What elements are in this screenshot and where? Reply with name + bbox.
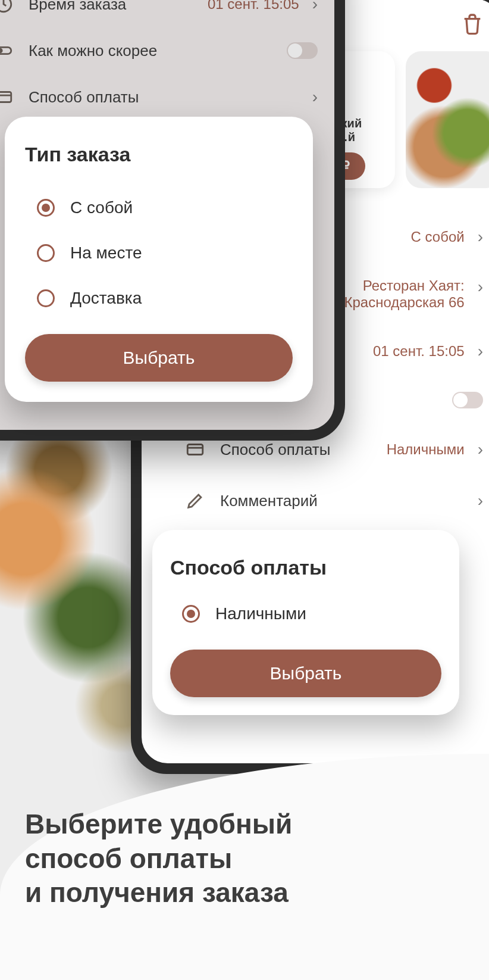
radio-icon [37,289,55,307]
radio-icon [37,199,55,217]
row-asap-left[interactable]: Как можно скорее [0,27,334,74]
dialog-order-type: Тип заказа С собой На месте Доставка Выб… [5,117,313,402]
toggle[interactable] [287,42,318,59]
svg-point-4 [0,48,3,54]
product-image [406,51,489,188]
radio-label: На месте [70,244,142,263]
chevron-right-icon: › [312,0,318,14]
row-order-type-value: С собой [411,229,465,245]
chevron-right-icon: › [478,440,483,459]
row-order-time-value: 01 сент. 15:05 [373,343,465,360]
svg-rect-0 [187,445,203,455]
chevron-right-icon: › [478,227,483,246]
clock-icon [0,0,15,14]
radio-icon [182,605,200,623]
radio-option-cash[interactable]: Наличными [170,591,441,636]
row-pay-left[interactable]: Способ оплаты › [0,74,334,120]
select-button[interactable]: Выбрать [170,650,441,697]
chevron-right-icon: › [478,277,483,297]
row-comment[interactable]: Комментарий › [165,475,489,526]
toggle-icon [0,40,15,61]
row-pay-value: Наличными [387,441,465,458]
radio-label: Доставка [70,289,142,308]
chevron-right-icon: › [478,491,483,510]
headline: Выберите удобный способ оплаты и получен… [25,807,464,910]
row-comment-label: Комментарий [220,492,465,510]
card-icon [0,87,15,107]
pencil-icon [183,491,207,511]
radio-label: С собой [70,198,133,217]
row-order-time-left[interactable]: Время заказа 01 сент. 15:05 › [0,0,334,27]
radio-label: Наличными [215,604,306,623]
select-button[interactable]: Выбрать [25,334,293,382]
dialog-order-type-title: Тип заказа [25,143,293,166]
chevron-right-icon: › [478,342,483,361]
chevron-right-icon: › [312,88,318,107]
card-icon [183,439,207,460]
dialog-payment: Способ оплаты Наличными Выбрать [152,530,459,715]
row-restaurant-value: Ресторан Хаят: Краснодарская 66 [344,277,464,311]
toggle[interactable] [452,392,483,408]
row-pay-label: Способ оплаты [220,441,374,459]
radio-icon [37,244,55,262]
svg-rect-5 [0,92,11,102]
radio-option-delivery[interactable]: Доставка [25,276,293,321]
radio-option-takeaway[interactable]: С собой [25,185,293,230]
radio-option-dine-in[interactable]: На месте [25,230,293,276]
dialog-payment-title: Способ оплаты [170,556,441,579]
trash-icon[interactable] [460,12,484,38]
